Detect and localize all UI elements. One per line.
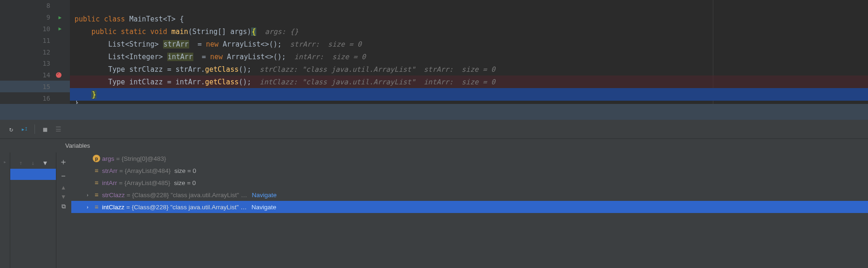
ctor: ArrayList<>(); — [223, 53, 286, 61]
variables-pane[interactable]: ＋ － ▲ ▼ ⧉ p args = {String[0]@483}≡ strA… — [56, 152, 868, 268]
expand-chevron-icon[interactable]: › — [84, 205, 91, 210]
object-icon: ≡ — [93, 203, 100, 211]
code-line-11[interactable]: List<String> strArr = new ArrayList<>();… — [70, 38, 868, 50]
run-gutter-icon[interactable]: ▶ — [58, 14, 62, 21]
inline-hint: intArr: size = 0 — [286, 53, 366, 61]
equals: = — [189, 40, 206, 48]
gutter-line-8[interactable]: 8 — [0, 0, 70, 12]
inline-hint: strArr: size = 0 — [282, 40, 362, 48]
separator-strip — [0, 104, 868, 120]
param-icon: p — [93, 155, 100, 162]
gutter-line-9[interactable]: 9▶ — [0, 12, 70, 23]
inline-hint: strClazz: "class java.util.ArrayList" st… — [251, 65, 495, 74]
keyword-static: static — [121, 27, 146, 36]
keyword-public: public — [91, 27, 116, 36]
frame-down-icon[interactable]: ↓ — [28, 158, 38, 167]
editor-gutter: 89▶10▶111213141516 — [0, 0, 70, 104]
rerun-icon[interactable]: ↻ — [6, 124, 17, 135]
add-watch-icon[interactable]: ＋ — [59, 156, 68, 167]
variable-value: = {ArrayList@484} — [119, 167, 171, 174]
run-gutter-icon[interactable]: ▶ — [58, 26, 62, 32]
selected-frame[interactable] — [10, 169, 56, 180]
frames-narrow-col: ▸ — [0, 152, 10, 268]
code-line-16[interactable]: } — [70, 101, 868, 104]
gutter-line-10[interactable]: 10▶ — [0, 23, 70, 35]
keyword-public: public — [75, 15, 100, 23]
keyword-class: class — [104, 15, 125, 23]
inline-hint: args: {} — [256, 27, 298, 36]
variable-value: = {String[0]@483} — [116, 155, 166, 162]
variable-value: = {Class@228} "class java.util.ArrayList… — [126, 204, 239, 211]
brace-highlight: } — [91, 90, 96, 99]
variable-row-strArr[interactable]: ≡ strArr = {ArrayList@484} size = 0 — [71, 165, 868, 177]
variable-row-args[interactable]: p args = {String[0]@483} — [71, 152, 868, 165]
expand-chevron-icon[interactable]: › — [84, 192, 91, 198]
ellipsis: … — [240, 204, 247, 211]
type: List — [108, 40, 125, 48]
variable-name: intClazz — [102, 204, 124, 211]
code-line-12[interactable]: List<Integer> intArr = new ArrayList<>()… — [70, 50, 868, 63]
brace-highlight: { — [251, 27, 256, 36]
gutter-line-13[interactable]: 13 — [0, 58, 70, 69]
type: <Integer> — [125, 53, 163, 61]
variable-row-intArr[interactable]: ≡ intArr = {ArrayList@485} size = 0 — [71, 177, 868, 189]
grid-icon[interactable]: ▦ — [40, 124, 51, 135]
type: List — [108, 53, 125, 61]
gutter-line-16[interactable]: 16 — [0, 92, 70, 104]
code-line-15[interactable]: } — [70, 88, 868, 101]
keyword-new: new — [206, 40, 219, 48]
chevron-right-icon[interactable]: ▸ — [3, 159, 7, 165]
expr: strClazz = strArr. — [129, 65, 205, 74]
navigate-link[interactable]: Navigate — [252, 204, 276, 211]
variable-row-intClazz[interactable]: ›≡ intClazz = {Class@228} "class java.ut… — [71, 201, 868, 213]
cursor-icon[interactable]: ▸I — [19, 124, 30, 135]
remove-watch-icon[interactable]: － — [59, 170, 68, 181]
variables-title: Variables — [65, 142, 90, 149]
code-line-14[interactable]: Type intClazz = intArr.getClass(); intCl… — [70, 76, 868, 88]
generic: <T> — [163, 15, 176, 23]
frame-up-icon[interactable]: ↑ — [16, 158, 26, 167]
variable-name: intArr — [102, 179, 117, 186]
breakpoint-icon[interactable] — [56, 72, 62, 78]
class-name: MainTest — [129, 15, 163, 23]
variable-value: = {ArrayList@485} — [119, 179, 170, 186]
keyword-void: void — [150, 27, 167, 36]
variable-extra: size = 0 — [174, 179, 196, 186]
paren: (); — [239, 78, 251, 86]
variables-list[interactable]: p args = {String[0]@483}≡ strArr = {Arra… — [71, 152, 868, 213]
variables-header: Variables — [0, 138, 868, 152]
type: Type — [108, 78, 129, 86]
code-line-9[interactable]: public class MainTest<T> { — [70, 13, 868, 25]
method-main: main — [171, 27, 188, 36]
code-line-13[interactable]: Type strClazz = strArr.getClass(); strCl… — [70, 63, 868, 76]
code-line-10[interactable]: public static void main(String[] args){ … — [70, 25, 868, 38]
brace: } — [75, 101, 79, 104]
gutter-line-12[interactable]: 12 — [0, 46, 70, 58]
ellipsis: … — [241, 192, 247, 199]
paren: (); — [239, 65, 251, 74]
gutter-line-15[interactable]: 15 — [0, 81, 70, 92]
gutter-line-11[interactable]: 11 — [0, 34, 70, 46]
move-up-icon[interactable]: ▲ — [62, 184, 65, 191]
frames-toolbar: ↑ ↓ ▼ — [10, 152, 56, 268]
code-editor[interactable]: 89▶10▶111213141516 public class MainTest… — [0, 0, 868, 104]
type: <String> — [125, 40, 158, 48]
var-strarr: strArr — [163, 40, 189, 48]
gutter-line-14[interactable]: 14 — [0, 69, 70, 81]
navigate-link[interactable]: Navigate — [252, 192, 277, 199]
list-icon[interactable]: ☰ — [53, 124, 64, 135]
method-getclass: getClass — [205, 65, 239, 74]
variable-value: = {Class@228} "class java.util.ArrayList… — [127, 192, 239, 199]
brace: { — [180, 15, 184, 23]
variable-row-strClazz[interactable]: ›≡ strClazz = {Class@228} "class java.ut… — [71, 189, 868, 201]
variable-name: strArr — [102, 167, 117, 174]
code-line-8[interactable] — [70, 0, 868, 13]
variable-name: strClazz — [102, 192, 125, 199]
object-icon: ≡ — [93, 167, 100, 174]
filter-icon[interactable]: ▼ — [41, 158, 50, 167]
move-down-icon[interactable]: ▼ — [62, 193, 65, 200]
copy-icon[interactable]: ⧉ — [62, 203, 66, 210]
type: Type — [108, 65, 129, 74]
code-column[interactable]: public class MainTest<T> { public static… — [70, 0, 868, 104]
equals: = — [193, 53, 210, 61]
